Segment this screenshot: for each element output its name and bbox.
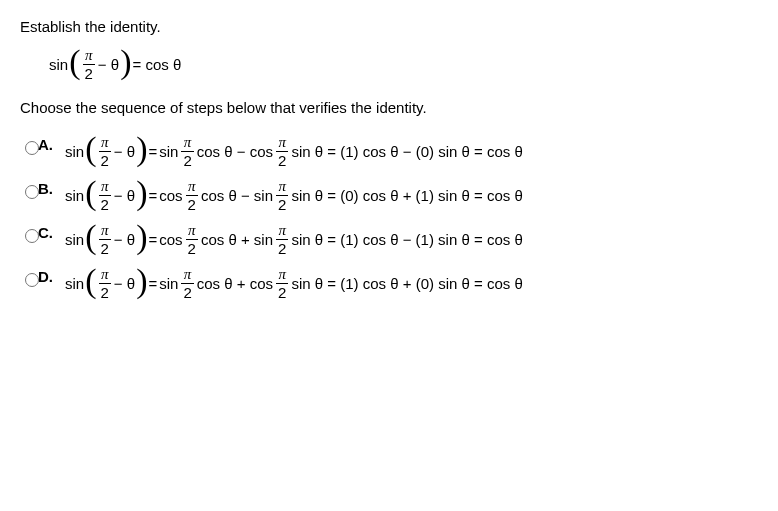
close-paren: ) [136,220,147,254]
choice-math: sin(π2 − θ) = cos π2 cos θ − sin π2 sin … [64,178,524,212]
choice-letter: D. [38,266,64,285]
fraction-denominator: 2 [186,239,198,256]
fraction-numerator: π [186,179,198,195]
term2-tail: sin θ = (0) cos θ + (1) sin θ = cos θ [291,187,522,204]
term1-fn: sin [159,143,178,160]
term1-fn: cos [159,187,182,204]
choice-letter: B. [38,178,64,197]
fraction-numerator: π [276,135,288,151]
open-paren: ( [85,176,96,210]
minus-theta: − θ [114,231,135,248]
choice-math: sin(π2 − θ) = sin π2 cos θ − cos π2 sin … [64,134,524,168]
minus-theta: − θ [114,187,135,204]
term2-tail: sin θ = (1) cos θ + (0) sin θ = cos θ [291,275,522,292]
fraction-numerator: π [276,267,288,283]
term1-pi-over-2: π2 [181,135,193,168]
fraction-denominator: 2 [83,64,95,81]
term1-pi-over-2: π2 [186,223,198,256]
choice-row: A.sin(π2 − θ) = sin π2 cos θ − cos π2 si… [20,134,758,168]
fraction-numerator: π [182,267,194,283]
choice-letter: A. [38,134,64,153]
fraction-denominator: 2 [99,195,111,212]
term2-pi-over-2: π2 [276,135,288,168]
choice-radio-cell [20,266,38,290]
equals: = [148,231,157,248]
lhs-fn: sin [65,187,84,204]
close-paren: ) [136,132,147,166]
fraction-denominator: 2 [276,283,288,300]
term1-fn: cos [159,231,182,248]
close-paren: ) [120,45,131,79]
pi-over-2: π2 [99,179,111,212]
term1-tail: cos θ − sin [201,187,273,204]
fraction-denominator: 2 [181,283,193,300]
term2-pi-over-2: π2 [276,223,288,256]
fraction-numerator: π [99,135,111,151]
close-paren: ) [136,264,147,298]
fraction-denominator: 2 [181,151,193,168]
lhs-fn: sin [65,275,84,292]
equals: = [148,187,157,204]
identity-equation: sin ( π 2 − θ ) = cos θ [48,47,758,81]
minus-theta: − θ [98,56,119,73]
fraction-denominator: 2 [276,239,288,256]
term2-tail: sin θ = (1) cos θ − (1) sin θ = cos θ [291,231,522,248]
fraction-numerator: π [83,48,95,64]
open-paren: ( [85,132,96,166]
fraction-numerator: π [186,223,198,239]
fraction-denominator: 2 [276,151,288,168]
fraction-denominator: 2 [99,151,111,168]
fraction-numerator: π [99,267,111,283]
equals-rhs: = cos θ [132,56,181,73]
term2-tail: sin θ = (1) cos θ − (0) sin θ = cos θ [291,143,522,160]
lhs-fn: sin [65,143,84,160]
pi-over-2: π2 [99,223,111,256]
fraction-numerator: π [182,135,194,151]
identity-lhs-fn: sin [49,56,68,73]
pi-over-2: π2 [99,135,111,168]
lhs-fn: sin [65,231,84,248]
term1-pi-over-2: π2 [181,267,193,300]
fraction-denominator: 2 [99,283,111,300]
minus-theta: − θ [114,143,135,160]
open-paren: ( [85,220,96,254]
term1-pi-over-2: π2 [186,179,198,212]
fraction-numerator: π [276,223,288,239]
choice-radio-cell [20,222,38,246]
choice-letter: C. [38,222,64,241]
choice-radio[interactable] [25,185,39,199]
choice-math: sin(π2 − θ) = cos π2 cos θ + sin π2 sin … [64,222,524,256]
fraction-denominator: 2 [99,239,111,256]
choice-radio[interactable] [25,229,39,243]
term1-tail: cos θ − cos [197,143,273,160]
prompt-text: Establish the identity. [20,18,758,35]
instruction-text: Choose the sequence of steps below that … [20,99,758,116]
equals: = [148,143,157,160]
fraction-denominator: 2 [186,195,198,212]
choices-list: A.sin(π2 − θ) = sin π2 cos θ − cos π2 si… [20,134,758,300]
fraction-numerator: π [276,179,288,195]
fraction-numerator: π [99,223,111,239]
minus-theta: − θ [114,275,135,292]
choice-row: C.sin(π2 − θ) = cos π2 cos θ + sin π2 si… [20,222,758,256]
open-paren: ( [69,45,80,79]
choice-row: B.sin(π2 − θ) = cos π2 cos θ − sin π2 si… [20,178,758,212]
term1-tail: cos θ + sin [201,231,273,248]
equals: = [148,275,157,292]
choice-radio[interactable] [25,141,39,155]
pi-over-2: π 2 [83,48,95,81]
term1-tail: cos θ + cos [197,275,273,292]
open-paren: ( [85,264,96,298]
pi-over-2: π2 [99,267,111,300]
choice-row: D.sin(π2 − θ) = sin π2 cos θ + cos π2 si… [20,266,758,300]
close-paren: ) [136,176,147,210]
fraction-numerator: π [99,179,111,195]
choice-radio-cell [20,134,38,158]
choice-radio-cell [20,178,38,202]
choice-math: sin(π2 − θ) = sin π2 cos θ + cos π2 sin … [64,266,524,300]
fraction-denominator: 2 [276,195,288,212]
choice-radio[interactable] [25,273,39,287]
term2-pi-over-2: π2 [276,267,288,300]
term1-fn: sin [159,275,178,292]
term2-pi-over-2: π2 [276,179,288,212]
